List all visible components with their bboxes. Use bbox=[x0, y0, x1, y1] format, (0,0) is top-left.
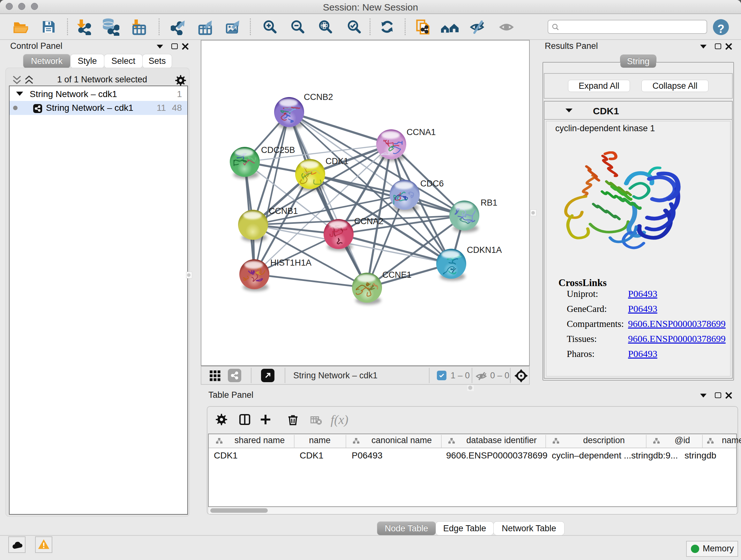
svg-text:CCNA1: CCNA1 bbox=[407, 127, 436, 137]
svg-text:CDKN1A: CDKN1A bbox=[467, 245, 502, 255]
svg-text:CDK1: CDK1 bbox=[326, 157, 348, 166]
svg-text:CCNA2: CCNA2 bbox=[354, 216, 384, 226]
svg-text:CDC25B: CDC25B bbox=[261, 145, 295, 155]
svg-text:CCNB2: CCNB2 bbox=[304, 92, 333, 102]
svg-text:HIST1H1A: HIST1H1A bbox=[270, 258, 312, 267]
svg-text:RB1: RB1 bbox=[481, 198, 497, 207]
svg-text:CCNE1: CCNE1 bbox=[382, 270, 412, 280]
svg-text:CDC6: CDC6 bbox=[420, 179, 444, 188]
svg-text:CCNB1: CCNB1 bbox=[269, 206, 298, 216]
